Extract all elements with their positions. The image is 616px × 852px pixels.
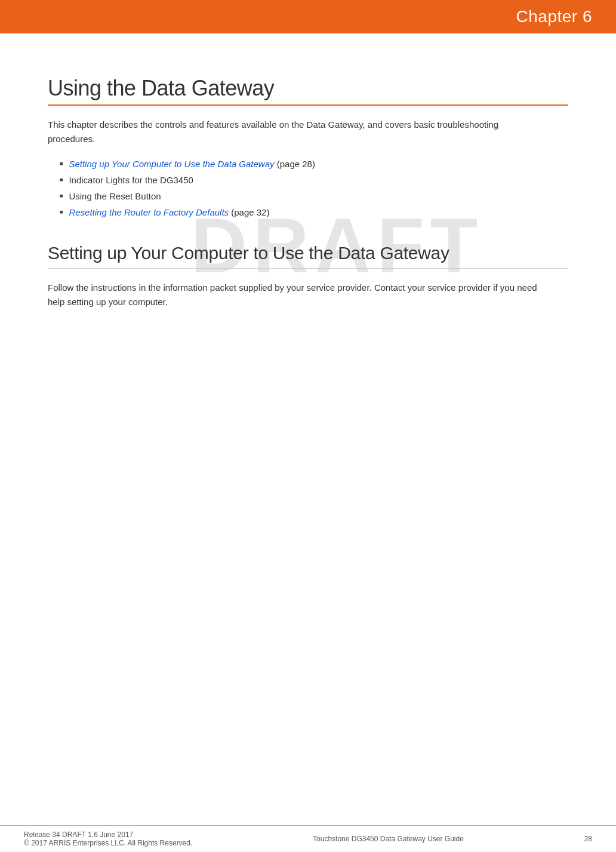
list-item: Resetting the Router to Factory Defaults… bbox=[60, 204, 568, 220]
intro-paragraph: This chapter describes the controls and … bbox=[48, 118, 537, 146]
page-container: Chapter 6 DRAFT Using the Data Gateway T… bbox=[0, 0, 616, 852]
page-footer: Release 34 DRAFT 1.6 June 2017 © 2017 AR… bbox=[0, 825, 616, 852]
link-suffix-4: (page 32) bbox=[229, 207, 269, 217]
h2-body-paragraph: Follow the instructions in the informati… bbox=[48, 281, 537, 309]
footer-left-line1: Release 34 DRAFT 1.6 June 2017 bbox=[24, 831, 192, 839]
page-h1-title: Using the Data Gateway bbox=[48, 75, 568, 101]
footer-page-number: 28 bbox=[584, 835, 592, 843]
link-suffix-1: (page 28) bbox=[275, 159, 315, 169]
h2-underline bbox=[48, 268, 568, 269]
page-h2-title: Setting up Your Computer to Use the Data… bbox=[48, 242, 568, 264]
list-item-content: Setting up Your Computer to Use the Data… bbox=[69, 156, 315, 172]
chapter-header: Chapter 6 bbox=[0, 0, 616, 33]
footer-left: Release 34 DRAFT 1.6 June 2017 © 2017 AR… bbox=[24, 831, 192, 847]
list-item-content-4: Resetting the Router to Factory Defaults… bbox=[69, 204, 269, 220]
link-setting-up[interactable]: Setting up Your Computer to Use the Data… bbox=[69, 159, 274, 169]
list-item-content-3: Using the Reset Button bbox=[69, 188, 161, 204]
content-wrapper: Using the Data Gateway This chapter desc… bbox=[48, 75, 568, 309]
bullet-list: Setting up Your Computer to Use the Data… bbox=[60, 156, 568, 220]
footer-left-line2: © 2017 ARRIS Enterprises LLC. All Rights… bbox=[24, 839, 192, 847]
list-item: Setting up Your Computer to Use the Data… bbox=[60, 156, 568, 172]
h1-underline bbox=[48, 104, 568, 106]
link-resetting[interactable]: Resetting the Router to Factory Defaults bbox=[69, 207, 229, 217]
content-area: DRAFT Using the Data Gateway This chapte… bbox=[0, 33, 616, 825]
chapter-title: Chapter 6 bbox=[516, 7, 592, 26]
list-item: Indicator Lights for the DG3450 bbox=[60, 172, 568, 188]
list-item: Using the Reset Button bbox=[60, 188, 568, 204]
list-item-content-2: Indicator Lights for the DG3450 bbox=[69, 172, 193, 188]
footer-center: Touchstone DG3450 Data Gateway User Guid… bbox=[313, 835, 464, 843]
